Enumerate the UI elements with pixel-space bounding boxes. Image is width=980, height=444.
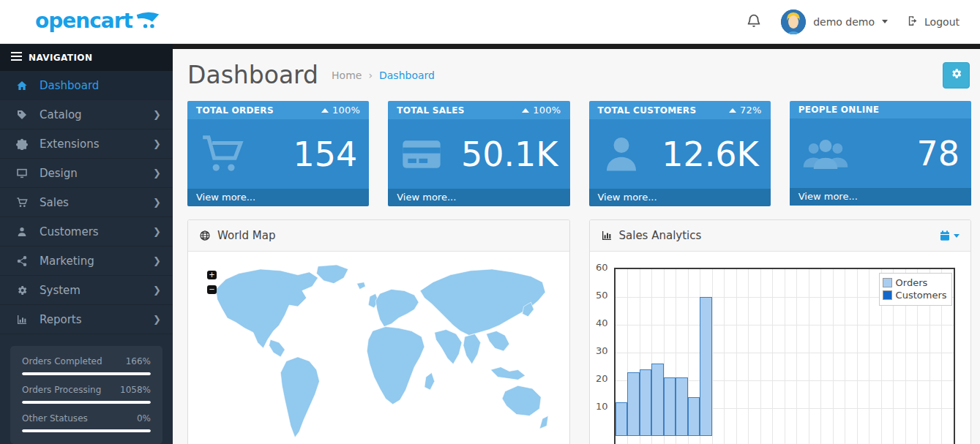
gear-icon [15, 285, 29, 296]
chevron-right-icon: ❯ [153, 168, 161, 178]
tile-title: TOTAL ORDERS [196, 105, 274, 116]
content-top-strip [173, 44, 980, 49]
world-map-body: + − [188, 252, 569, 444]
stat-row-orders-processing: Orders Processing 1058% [22, 385, 151, 404]
navigation-header: NAVIGATION [0, 44, 173, 71]
orders-bar-x6 [676, 377, 688, 436]
tile-title: TOTAL CUSTOMERS [598, 105, 697, 116]
chart-range-button[interactable] [939, 230, 960, 241]
tag-icon [15, 109, 29, 121]
order-status-panel: Orders Completed 166% Orders Processing … [10, 346, 162, 444]
notifications-bell-icon[interactable] [746, 12, 762, 32]
orders-bar-x5 [664, 377, 676, 436]
page-title: Dashboard [187, 61, 318, 89]
chevron-right-icon: ❯ [153, 226, 161, 237]
opencart-logo[interactable]: opencart [35, 11, 160, 33]
stat-row-other-statuses: Other Statuses 0% [22, 413, 151, 432]
tile-total-customers: TOTAL CUSTOMERS 72% 12.6K View more... [589, 101, 771, 206]
chevron-right-icon: ❯ [153, 197, 161, 208]
sidebar-item-label: Reports [40, 313, 82, 326]
chevron-right-icon: ❯ [153, 314, 161, 325]
stat-label: Orders Processing [22, 385, 101, 395]
progress-bar [22, 429, 151, 432]
sidebar-item-extensions[interactable]: Extensions ❯ [0, 129, 173, 159]
sidebar-item-customers[interactable]: Customers ❯ [0, 217, 173, 247]
orders-bar-x1 [616, 402, 628, 436]
bar-chart-icon [15, 314, 29, 326]
panel-title: World Map [217, 229, 275, 242]
view-more-link[interactable]: View more... [589, 189, 771, 206]
tile-value: 12.6K [662, 135, 759, 174]
sidebar-item-marketing[interactable]: Marketing ❯ [0, 247, 173, 276]
tile-total-sales: TOTAL SALES 100% 50.1K View more... [388, 101, 569, 206]
logo-text: opencart [35, 11, 132, 31]
sidebar-item-label: Dashboard [40, 79, 99, 92]
sidebar-item-label: Design [40, 167, 78, 180]
users-icon [800, 132, 851, 175]
sidebar-item-sales[interactable]: Sales ❯ [0, 188, 173, 217]
sidebar-item-catalog[interactable]: Catalog ❯ [0, 100, 173, 129]
calendar-icon [939, 230, 951, 241]
tile-value: 78 [916, 134, 960, 173]
sidebar-item-dashboard[interactable]: Dashboard [0, 71, 173, 100]
orders-bar-x4 [651, 364, 664, 436]
stat-label: Other Statuses [22, 413, 88, 424]
gear-icon [950, 67, 962, 83]
user-icon [599, 132, 643, 176]
tile-value: 154 [293, 135, 357, 174]
logout-label: Logout [924, 16, 960, 28]
stat-tiles-row: TOTAL ORDERS 100% 154 View more... TOTAL… [173, 97, 980, 206]
world-map-graphic [210, 256, 548, 444]
stat-label: Orders Completed [22, 356, 102, 366]
logout-button[interactable]: Logout [907, 15, 960, 29]
view-more-link[interactable]: View more... [790, 188, 971, 206]
orders-bar-x2 [627, 372, 640, 436]
bar-chart-icon [601, 230, 613, 241]
legend-item-customers: Customers [883, 290, 947, 301]
tile-value: 50.1K [461, 135, 558, 174]
legend-swatch-orders [883, 278, 892, 287]
world-map-panel: World Map + − [187, 219, 570, 444]
breadcrumb-current-link[interactable]: Dashboard [379, 69, 435, 81]
user-name: demo demo [813, 16, 875, 28]
breadcrumb-separator: › [368, 69, 373, 81]
share-icon [15, 255, 29, 267]
stat-value: 0% [137, 413, 151, 424]
sidebar-item-label: System [40, 284, 81, 297]
orders-bar-x7 [688, 397, 700, 436]
map-zoom-in-button[interactable]: + [207, 271, 217, 279]
chevron-right-icon: ❯ [153, 138, 161, 149]
sidebar-item-reports[interactable]: Reports ❯ [0, 305, 173, 334]
user-menu[interactable]: demo demo [781, 10, 888, 34]
map-zoom-out-button[interactable]: − [207, 285, 217, 294]
sales-chart-body: 102030405060 Orders Customers [590, 252, 971, 444]
tile-change: 100% [321, 105, 360, 116]
sidebar-item-label: Catalog [40, 108, 82, 121]
sidebar-item-system[interactable]: System ❯ [0, 276, 173, 305]
cart-icon [15, 197, 29, 208]
navigation-title: NAVIGATION [29, 53, 92, 63]
dashboard-settings-button[interactable] [943, 62, 970, 89]
sidebar-item-label: Customers [40, 225, 99, 238]
home-icon [15, 80, 29, 91]
sales-analytics-panel: Sales Analytics 102030405060 Orders [589, 219, 972, 444]
panel-title: Sales Analytics [619, 229, 702, 242]
sidebar-item-design[interactable]: Design ❯ [0, 159, 173, 188]
tile-title: TOTAL SALES [397, 105, 464, 116]
chevron-right-icon: ❯ [153, 255, 161, 266]
main-content: Dashboard Home › Dashboard TOTAL ORDERS … [173, 44, 980, 444]
breadcrumb-home-link[interactable]: Home [332, 69, 362, 81]
legend-swatch-customers [883, 290, 892, 300]
globe-icon [199, 230, 211, 241]
chevron-down-icon [882, 20, 888, 23]
view-more-link[interactable]: View more... [187, 189, 369, 206]
avatar [781, 10, 806, 34]
breadcrumb: Home › Dashboard [332, 69, 435, 81]
sidebar-item-label: Extensions [40, 138, 99, 151]
view-more-link[interactable]: View more... [388, 189, 569, 206]
tile-title: PEOPLE ONLINE [798, 105, 880, 115]
orders-bar-x3 [640, 369, 652, 436]
chart-legend: Orders Customers [879, 273, 952, 306]
logout-icon [907, 15, 919, 29]
cart-logo-icon [135, 11, 160, 33]
